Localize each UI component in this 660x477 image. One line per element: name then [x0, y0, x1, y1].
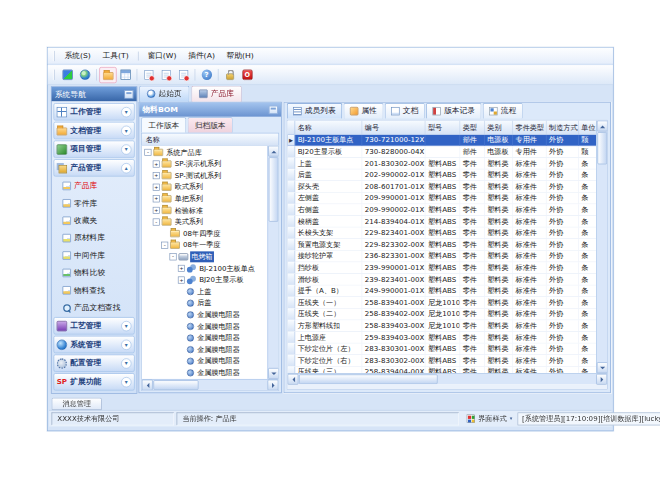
sidebar-item[interactable]: 系统管理▾	[53, 336, 134, 353]
table-row[interactable]: 滑纱板239-823401-00X塑料ABS零件塑料类标准件外协条	[287, 274, 596, 286]
tree-node[interactable]: +SP-演示机系列	[142, 158, 268, 170]
table-row[interactable]: BJ20主显示板730-828000-04X部件电源板专用件外协颗	[287, 146, 596, 158]
document-tab[interactable]: 起始页	[139, 86, 189, 102]
toolbar-button[interactable]: O	[238, 67, 255, 83]
tree-expander-icon[interactable]: -	[153, 218, 160, 225]
sidebar-item[interactable]: 产品库	[53, 178, 134, 194]
tree-node[interactable]: 金属膜电阻器	[142, 320, 268, 332]
menu-item[interactable]: 窗口(W)	[142, 48, 183, 64]
tree-node[interactable]: -美式系列	[142, 216, 268, 228]
tree-expander-icon[interactable]: -	[161, 241, 168, 248]
members-tab[interactable]: 成员列表	[287, 103, 342, 118]
tree-node[interactable]: 金属膜电阻器	[142, 309, 268, 321]
tree-expander-icon[interactable]: -	[170, 253, 177, 260]
tree-expander-icon[interactable]: +	[178, 276, 185, 283]
grid-header-model[interactable]: 型号	[425, 121, 460, 135]
toolbar-button[interactable]	[175, 67, 192, 83]
members-tab[interactable]: 流程	[483, 103, 523, 118]
table-row[interactable]: 上电源座259-839403-00X塑料ABS零件塑料类标准件外协条	[287, 332, 596, 344]
table-row[interactable]: 左侧盖209-990001-01X塑料ABS零件塑料类标准件外协条	[287, 193, 596, 205]
members-tab[interactable]: 文档	[385, 103, 425, 118]
sidebar-item[interactable]: 工艺管理▾	[53, 317, 134, 334]
scroll-up-icon[interactable]	[268, 146, 278, 157]
scrollbar-thumb[interactable]	[269, 157, 279, 221]
grid-header-manufacture[interactable]: 制造方式	[547, 121, 579, 135]
tree-expander-icon[interactable]: +	[178, 265, 185, 272]
grid-header-part-type[interactable]: 零件类型	[513, 121, 547, 135]
chevron-icon[interactable]: ▾	[121, 107, 131, 117]
sidebar-item[interactable]: 项目管理▾	[53, 141, 134, 158]
scroll-left-icon[interactable]	[142, 380, 153, 391]
bom-tab[interactable]: 工作版本	[141, 117, 186, 132]
table-row[interactable]: 方形塑料线扣258-839403-00X尼龙1010零件塑料类标准件外协条	[287, 320, 596, 332]
chevron-icon[interactable]: ▴	[121, 163, 131, 173]
table-row[interactable]: 右侧盖209-990002-01X塑料ABS零件塑料类标准件外协条	[287, 204, 596, 216]
table-row[interactable]: 压线夹（一）258-839401-00X尼龙1010零件塑料类标准件外协条	[287, 297, 596, 309]
document-tab[interactable]: 产品库	[191, 86, 241, 102]
toolbar-button[interactable]	[99, 67, 116, 83]
members-tab[interactable]: 版本记录	[426, 103, 481, 118]
scrollbar-thumb[interactable]	[597, 132, 607, 164]
toolbar-button[interactable]	[59, 67, 76, 83]
sidebar-item[interactable]: 工作管理▾	[53, 103, 134, 120]
table-row[interactable]: 上盖201-830302-00X塑料ABS零件塑料类标准件外协条	[287, 158, 596, 170]
tree-expander-icon[interactable]: +	[153, 172, 160, 179]
tree-expander-icon[interactable]: +	[153, 207, 160, 214]
table-row[interactable]: ▶BJ-2100主板单点730-721000-12X部件电源板专用件外协颗	[287, 135, 596, 147]
scroll-right-icon[interactable]	[267, 380, 278, 391]
tree-node[interactable]: +欧式系列	[142, 181, 268, 193]
table-row[interactable]: 压线夹（二）258-839402-00X尼龙1010零件塑料类标准件外协条	[287, 309, 596, 321]
scroll-down-icon[interactable]	[268, 368, 278, 379]
scroll-up-icon[interactable]	[597, 121, 607, 132]
table-row[interactable]: 后盖202-990002-01X塑料ABS零件塑料类标准件外协条	[287, 170, 596, 182]
table-row[interactable]: 挡纱板239-990001-01X塑料ABS零件塑料类标准件外协条	[287, 262, 596, 274]
sidebar-item[interactable]: 文档管理▾	[53, 122, 134, 139]
sidebar-item[interactable]: 产品文档查找	[53, 300, 134, 316]
chevron-icon[interactable]: ▾	[121, 358, 131, 368]
bom-tab[interactable]: 归档版本	[188, 117, 233, 132]
tree-node[interactable]: -08年一季度	[142, 239, 268, 251]
toolbar-button[interactable]: ?	[198, 67, 215, 83]
sidebar-item[interactable]: 配置管理▾	[53, 354, 134, 371]
grid-horizontal-scrollbar[interactable]	[287, 373, 607, 384]
toolbar-button[interactable]	[96, 69, 97, 81]
table-row[interactable]: 下纱定位片（右）283-830302-00X塑料ABS零件塑料类标准件外协条	[287, 355, 596, 367]
grid-header-name[interactable]: 名称	[295, 121, 362, 135]
table-row[interactable]: 预置电源支架229-823302-00X塑料ABS零件塑料类标准件外协条	[287, 239, 596, 251]
table-row[interactable]: 提手（A、B）249-990001-01X塑料ABS零件塑料类标准件外协条	[287, 286, 596, 298]
tree-node[interactable]: +BJ20主显示板	[142, 274, 268, 286]
scroll-down-icon[interactable]	[597, 362, 607, 373]
tree-node[interactable]: +SP-测试机系列	[142, 170, 268, 182]
sidebar-item[interactable]: 原材料库	[53, 230, 134, 246]
tree-node[interactable]: +单把系列	[142, 193, 268, 205]
scrollbar-thumb[interactable]	[153, 380, 198, 390]
table-row[interactable]: 探头壳208-601701-01X塑料ABS零件塑料类标准件外协条	[287, 181, 596, 193]
chevron-icon[interactable]: ▾	[121, 377, 131, 387]
menu-item[interactable]: 插件(A)	[182, 48, 220, 64]
tree-expander-icon[interactable]: +	[153, 183, 160, 190]
tree-node[interactable]: -电烤箱	[142, 251, 268, 263]
tree-expander-icon[interactable]: -	[144, 149, 151, 156]
chevron-icon[interactable]: ▾	[121, 339, 131, 349]
chevron-icon[interactable]: ▾	[121, 125, 131, 135]
menu-item[interactable]: 帮助(H)	[221, 48, 260, 64]
sidebar-item[interactable]: 产品管理▴	[53, 159, 134, 176]
grid-header-code[interactable]: 编号	[362, 121, 425, 135]
tree-expander-icon[interactable]: +	[153, 160, 160, 167]
tree-expander-icon[interactable]: +	[153, 195, 160, 202]
scroll-right-icon[interactable]	[596, 374, 607, 385]
tree-node[interactable]: +检验标准	[142, 204, 268, 216]
toolbar-button[interactable]	[218, 69, 219, 81]
pin-icon[interactable]	[269, 105, 278, 113]
tree-horizontal-scrollbar[interactable]	[142, 379, 279, 390]
members-tab[interactable]: 属性	[344, 103, 384, 118]
tree-column-header[interactable]: 名称	[141, 133, 279, 146]
message-manager-tab[interactable]: 消息管理	[52, 398, 102, 410]
table-row[interactable]: 接纱轮护罩236-823301-00X塑料ABS零件塑料类标准件外协条	[287, 251, 596, 263]
menu-item[interactable]: 工具(T)	[97, 48, 135, 64]
sidebar-item[interactable]: 物料比较	[53, 265, 134, 281]
chevron-icon[interactable]: ▾	[121, 144, 131, 154]
table-row[interactable]: 下纱定位片（左）283-830301-00X塑料ABS零件塑料类标准件外协条	[287, 344, 596, 356]
tree-node[interactable]: 金属膜电阻器	[142, 355, 268, 367]
tree-node[interactable]: 08年四季度	[142, 228, 268, 240]
